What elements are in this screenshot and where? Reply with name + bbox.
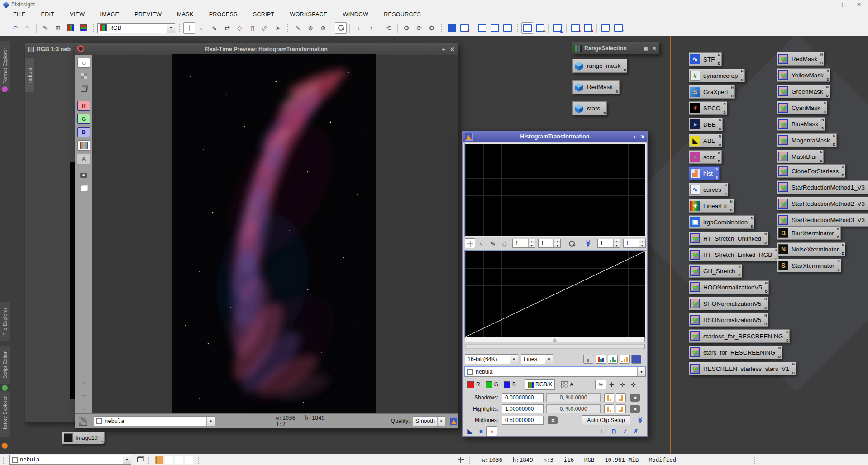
close-window-icon[interactable]: ✕	[458, 22, 470, 34]
highlights-reset-icon[interactable]: ✕	[630, 405, 640, 413]
redo-icon[interactable]: ↷	[22, 22, 33, 34]
process-icon-item[interactable]: HOONormalizationV5 N D	[689, 280, 769, 294]
back-view-icon[interactable]: ←	[77, 403, 90, 413]
minimize-button[interactable]	[814, 0, 832, 9]
statusbar-grip[interactable]	[197, 455, 200, 465]
spin-up-icon[interactable]: ▲	[614, 239, 620, 243]
process-icon-item[interactable]: stars_for_RESCREENING N D	[689, 346, 782, 359]
spin-up-icon[interactable]: ▲	[529, 239, 535, 243]
track-views-icon[interactable]: ✳	[595, 380, 606, 389]
statusbar-grip[interactable]	[753, 455, 756, 465]
workspace-4-button[interactable]	[185, 456, 193, 464]
process-icon-item[interactable]: LinearFit N D	[689, 199, 734, 213]
magnifier-icon[interactable]	[566, 238, 577, 248]
target-view-selector[interactable]: nebula ▼	[465, 367, 646, 377]
close-all-screens-icon[interactable]: ●	[582, 22, 594, 34]
range-selection-titlebar[interactable]: RangeSelection ▣	[572, 42, 659, 54]
clip-mode-2-icon[interactable]: ✛	[617, 380, 628, 389]
chevron-down-icon[interactable]: ▼	[206, 417, 215, 426]
pan-view-icon[interactable]: ⊹	[77, 390, 90, 400]
screen-24bit-icon[interactable]: 24	[534, 22, 546, 34]
vertical-pan-spinner[interactable]: 1 ▲▼	[623, 239, 646, 248]
spin-up-icon[interactable]: ▲	[554, 239, 560, 243]
process-icon-item[interactable]: lrgbCombination N D	[689, 215, 754, 229]
midtones-input[interactable]: 0.50000000	[502, 416, 544, 425]
quality-selector[interactable]: Smooth ▼	[413, 416, 445, 426]
clip-mode-3-icon[interactable]: ✜	[628, 380, 639, 389]
process-icon-item[interactable]: RESCREEN_starless_stars_V1 N D	[689, 362, 796, 375]
readout-mode-icon[interactable]	[465, 238, 475, 248]
process-icon-item[interactable]: curves N D	[689, 183, 728, 196]
process-icon-item[interactable]: YellowMask N D	[777, 68, 830, 82]
histogram-dialog-titlebar[interactable]: HistogramTransformation	[463, 131, 647, 142]
process-icon-item[interactable]: HT_Stretch_Unlinked N D	[689, 232, 768, 245]
rgb-window-view-tab[interactable]: nebula	[25, 58, 34, 92]
new-instance-icon[interactable]: ⊕	[305, 22, 316, 34]
shade-button[interactable]	[633, 134, 637, 140]
resize-view-icon[interactable]: ↘	[77, 377, 90, 387]
spin-down-icon[interactable]: ▼	[639, 243, 645, 247]
export-icon[interactable]: ↑	[365, 22, 377, 34]
menu-item[interactable]: WORKSPACE	[282, 11, 335, 18]
histogram-thumb-icon[interactable]	[450, 417, 458, 425]
process-icon-item[interactable]: StarReductionMethod1_V3 N D	[777, 180, 868, 194]
chevron-down-icon[interactable]: ▼	[167, 24, 175, 33]
statusbar-grip[interactable]	[468, 455, 471, 465]
maximize-button[interactable]	[832, 0, 850, 9]
clone-instance-icon[interactable]: ⊕	[317, 22, 329, 34]
process-icon-item[interactable]: MaskBlur N D	[777, 150, 824, 163]
new-preview-icon[interactable]: ▯	[247, 22, 258, 34]
preview-view-selector[interactable]: nebula ▼	[94, 416, 215, 426]
toolbar-grip[interactable]	[178, 23, 181, 33]
expand-clip-icon[interactable]: ≫	[635, 415, 646, 425]
window-zoom-icon[interactable]	[501, 22, 513, 34]
new-instance-drag-icon[interactable]: ◣	[465, 426, 476, 436]
menu-item[interactable]: PREVIEW	[127, 11, 169, 18]
window-edit-icon[interactable]	[476, 22, 488, 34]
zoom-to-fit-icon[interactable]: ↔	[196, 22, 208, 34]
menu-item[interactable]: IMAGE	[92, 11, 127, 18]
import-icon[interactable]: ↓	[353, 22, 364, 34]
readout-crosshair-icon[interactable]	[455, 454, 467, 465]
resolution-selector[interactable]: 16-bit (64K) ▼	[465, 354, 518, 364]
shadows-input[interactable]: 0.00000000	[502, 393, 544, 402]
dock-tab-file-explorer[interactable]: File Explorer	[0, 302, 10, 341]
process-icon-item[interactable]: SPCC N D	[689, 101, 727, 115]
dock-tab-format-explorer[interactable]: Format Explorer	[0, 41, 10, 91]
histogram-transfer-plot[interactable]	[465, 251, 646, 337]
highlights-clip-left-icon[interactable]	[604, 404, 614, 413]
close-button[interactable]	[850, 0, 868, 9]
alpha-channel-button[interactable]: A	[77, 154, 90, 164]
cancel-icon[interactable]: ✗	[630, 426, 641, 436]
process-icon-item[interactable]: StarXterminator N D	[777, 259, 841, 272]
preview-add-button[interactable]: +	[442, 46, 446, 53]
toolbar-grip[interactable]	[516, 23, 519, 33]
process-icon-item[interactable]: DBE N D	[689, 118, 723, 131]
menu-item[interactable]: VIEW	[62, 11, 92, 18]
pan-mode-icon[interactable]: ◇	[499, 238, 510, 248]
range-close-button[interactable]	[652, 45, 657, 52]
process-icon-item[interactable]: ABE N D	[689, 134, 722, 147]
process-icon-item[interactable]: starless_for_RESCREENING N D	[689, 329, 790, 343]
clip-mode-1-icon[interactable]: ✚	[606, 380, 617, 389]
screen-upload-icon[interactable]: ↑	[612, 22, 624, 34]
histogram-scrollbar[interactable]	[465, 344, 645, 349]
chevron-down-icon[interactable]: ▼	[437, 417, 445, 426]
show-rgb-histograms-icon[interactable]	[596, 355, 606, 364]
execute-icon[interactable]: ✓	[620, 426, 630, 436]
chevron-down-icon[interactable]: ▾	[101, 440, 103, 443]
windows-stack-icon[interactable]	[77, 184, 90, 194]
edit-identifier-icon[interactable]: ✎	[39, 22, 51, 34]
export-histogram-icon[interactable]	[583, 355, 593, 364]
browse-documentation-icon[interactable]	[335, 22, 347, 34]
process-icon-item[interactable]: STF N D	[689, 52, 722, 66]
fit-window-icon[interactable]: ⇄	[221, 22, 233, 34]
channel-alpha-button[interactable]: A	[558, 379, 576, 390]
process-icon-item[interactable]: StarReductionMethod2_V3 N D	[777, 197, 868, 210]
spin-down-icon[interactable]: ▼	[554, 243, 560, 247]
highlights-clip-right-icon[interactable]	[616, 404, 626, 413]
shadows-clip-left-icon[interactable]	[604, 393, 614, 402]
process-icon-item[interactable]: BlurXterminator N D	[777, 226, 841, 240]
transparency-icon[interactable]	[77, 71, 90, 81]
shadows-reset-icon[interactable]: ✕	[630, 394, 640, 402]
